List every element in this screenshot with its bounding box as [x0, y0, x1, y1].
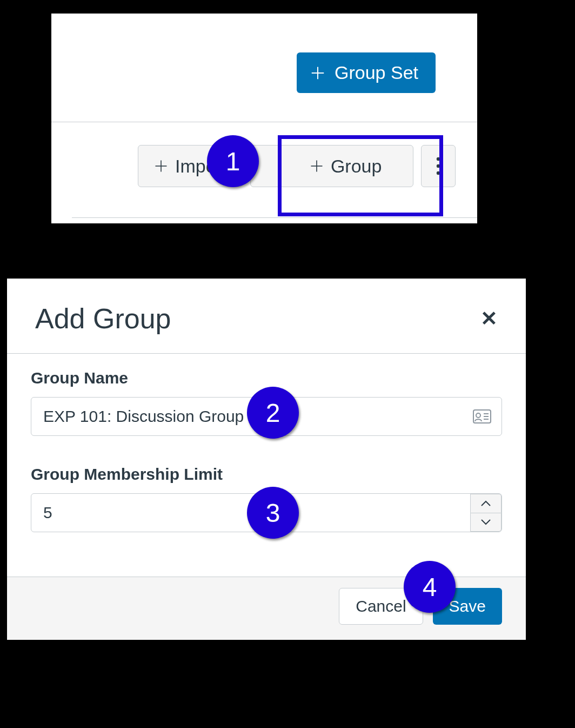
dialog-header: Add Group ✕ — [7, 279, 526, 354]
svg-point-8 — [437, 171, 440, 175]
add-group-set-label: Group Set — [335, 62, 418, 83]
dialog-title: Add Group — [35, 302, 171, 335]
id-card-icon — [473, 409, 491, 423]
svg-point-6 — [437, 157, 440, 161]
svg-point-10 — [476, 413, 480, 418]
chevron-up-icon — [480, 500, 491, 507]
callout-badge: 3 — [247, 487, 299, 539]
increment-button[interactable] — [470, 494, 502, 513]
plus-icon — [153, 158, 169, 174]
callout-badge: 4 — [404, 561, 456, 613]
close-icon: ✕ — [480, 307, 498, 330]
add-group-label: Group — [331, 156, 382, 177]
group-name-label: Group Name — [31, 369, 502, 387]
plus-icon — [310, 65, 326, 81]
divider — [51, 122, 477, 122]
callout-badge: 2 — [247, 387, 299, 439]
chevron-down-icon — [480, 519, 491, 525]
membership-limit-label: Group Membership Limit — [31, 465, 502, 484]
close-button[interactable]: ✕ — [476, 302, 502, 335]
add-group-set-button[interactable]: Group Set — [297, 52, 436, 93]
more-options-button[interactable] — [421, 145, 456, 187]
groups-toolbar-panel: Group Set Import Group — [51, 14, 477, 223]
add-group-button[interactable]: Group — [250, 145, 413, 187]
callout-badge: 1 — [207, 135, 259, 187]
decrement-button[interactable] — [470, 513, 502, 532]
kebab-icon — [436, 156, 441, 176]
divider — [72, 217, 477, 218]
svg-point-7 — [437, 164, 440, 168]
plus-icon — [309, 158, 324, 174]
